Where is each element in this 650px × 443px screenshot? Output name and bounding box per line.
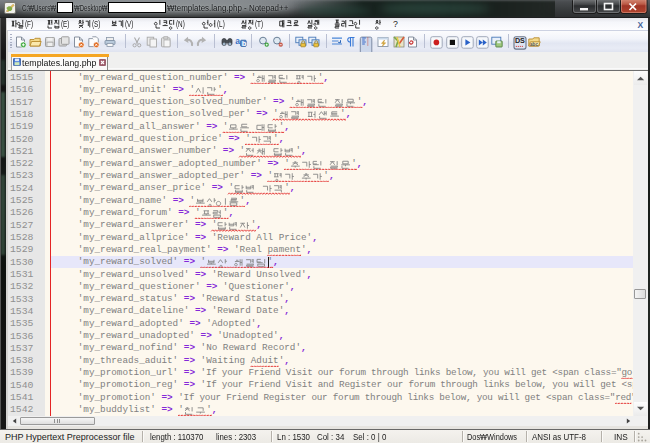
svg-text:a: a xyxy=(236,36,241,46)
svg-text:abc: abc xyxy=(530,42,538,47)
svg-text:b: b xyxy=(242,39,247,48)
svg-text:DS: DS xyxy=(514,37,524,46)
